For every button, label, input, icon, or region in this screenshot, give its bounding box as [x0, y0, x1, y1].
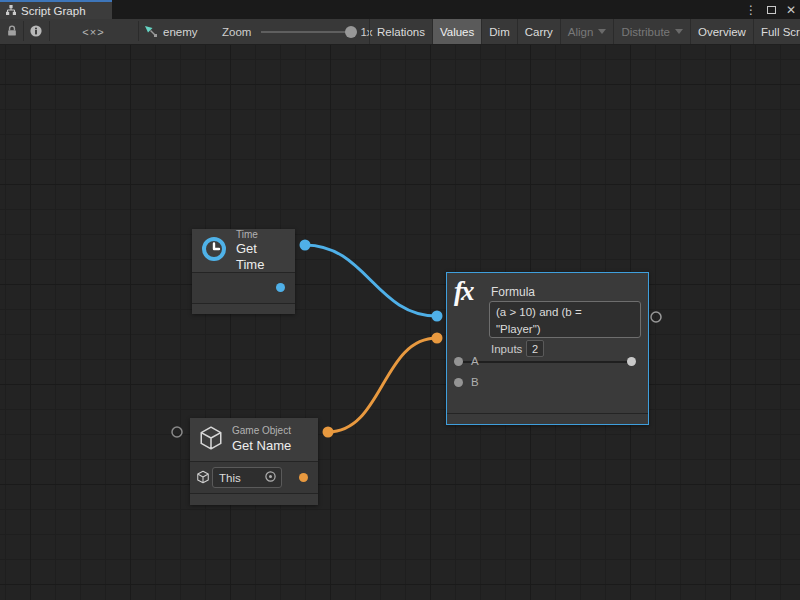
- node-category: Time: [236, 229, 287, 242]
- target-object-value: This: [219, 472, 241, 484]
- close-icon[interactable]: ✕: [786, 4, 796, 16]
- script-graph-icon: [144, 24, 158, 40]
- output-port-value[interactable]: [276, 283, 285, 292]
- node-formula[interactable]: fx Formula (a > 10) and (b = "Player") I…: [446, 272, 649, 425]
- maximize-icon[interactable]: [767, 6, 776, 14]
- carry-button[interactable]: Carry: [518, 19, 561, 44]
- tab-title: Script Graph: [21, 5, 86, 17]
- fx-icon: fx: [454, 276, 473, 307]
- node-title: Get Time: [236, 241, 287, 272]
- fullscreen-button[interactable]: Full Screen: [754, 19, 800, 44]
- align-button[interactable]: Align: [561, 19, 615, 44]
- graph-toolbar: <×> enemy Zoom 1x Relations Values Dim C…: [0, 19, 800, 45]
- graph-canvas[interactable]: Time Get Time fx Formula (a > 10) and (b…: [0, 45, 800, 600]
- graph-hierarchy-icon: [5, 2, 17, 20]
- clock-icon: [200, 235, 228, 267]
- node-get-time[interactable]: Time Get Time: [192, 229, 295, 314]
- chevron-down-icon: [675, 29, 683, 34]
- wire-endpoint[interactable]: [300, 240, 311, 251]
- info-icon: [29, 24, 43, 40]
- input-port-a[interactable]: [454, 357, 463, 366]
- formula-expression-field[interactable]: (a > 10) and (b = "Player"): [489, 301, 641, 338]
- input-label-b: B: [471, 376, 479, 388]
- wire-endpoint[interactable]: [432, 333, 443, 344]
- cube-icon-small: [196, 470, 210, 488]
- node-title: Formula: [491, 285, 535, 299]
- values-button[interactable]: Values: [433, 19, 482, 44]
- code-icon: <×>: [82, 26, 104, 38]
- input-label-a: A: [471, 355, 479, 367]
- graph-name: enemy: [163, 26, 198, 38]
- window-menu-icon[interactable]: ⋮: [745, 4, 757, 16]
- wire-getname-to-formula[interactable]: [328, 338, 437, 432]
- inputs-count-field[interactable]: 2: [526, 340, 544, 357]
- lock-button[interactable]: [0, 19, 23, 44]
- unconnected-output-ring[interactable]: [651, 312, 661, 322]
- title-bar: Script Graph ⋮ ✕: [0, 0, 800, 19]
- wires-layer: [0, 45, 800, 600]
- cube-icon: [198, 425, 224, 455]
- graph-breadcrumb[interactable]: enemy: [144, 19, 198, 44]
- overview-button[interactable]: Overview: [691, 19, 754, 44]
- zoom-slider[interactable]: [261, 31, 351, 33]
- wire-gettime-to-formula[interactable]: [305, 245, 437, 316]
- code-view-button[interactable]: <×>: [49, 19, 138, 44]
- chevron-down-icon: [598, 29, 606, 34]
- output-port-name[interactable]: [299, 473, 308, 482]
- distribute-button[interactable]: Distribute: [614, 19, 691, 44]
- relation-line: [463, 361, 633, 363]
- node-category: Game Object: [232, 425, 291, 438]
- input-port-b[interactable]: [454, 378, 463, 387]
- info-button[interactable]: [23, 19, 49, 44]
- zoom-slider-handle[interactable]: [345, 26, 357, 38]
- output-port-result[interactable]: [627, 357, 636, 366]
- relations-button[interactable]: Relations: [369, 19, 433, 44]
- object-picker-icon[interactable]: [264, 469, 277, 487]
- tab-script-graph[interactable]: Script Graph: [0, 0, 112, 19]
- lock-icon: [5, 24, 19, 40]
- node-get-name[interactable]: Game Object Get Name This: [190, 418, 318, 505]
- dim-button[interactable]: Dim: [482, 19, 517, 44]
- target-object-field[interactable]: This: [212, 467, 282, 488]
- inputs-label: Inputs: [491, 343, 522, 355]
- wire-endpoint[interactable]: [323, 427, 334, 438]
- node-title: Get Name: [232, 438, 291, 454]
- wire-endpoint[interactable]: [432, 311, 443, 322]
- unconnected-input-ring[interactable]: [172, 427, 182, 437]
- zoom-label: Zoom: [222, 26, 251, 38]
